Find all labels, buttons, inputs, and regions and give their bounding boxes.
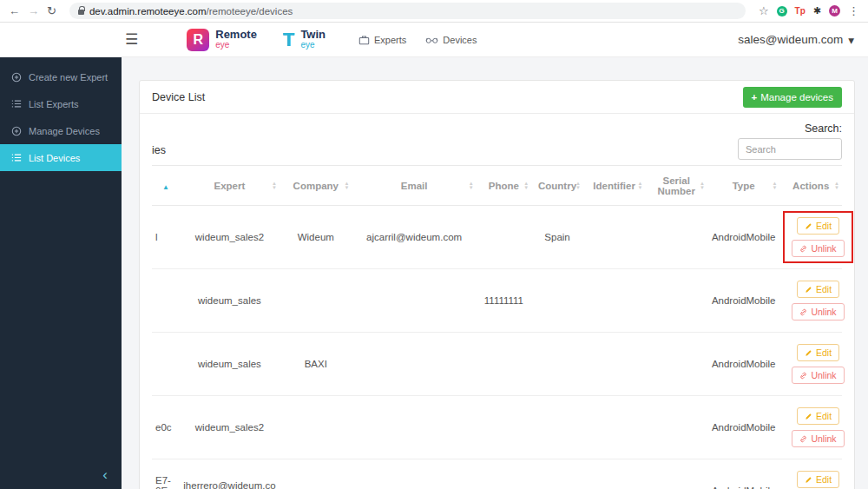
sort-icon: ▲▼ — [772, 182, 777, 190]
edit-button[interactable]: Edit — [797, 471, 839, 488]
nav-item-experts[interactable]: Experts — [358, 35, 406, 45]
card-header: Device List + Manage devices — [140, 81, 854, 114]
nav-experts-label: Experts — [374, 35, 406, 45]
cell-type: AndroidMobile — [707, 396, 779, 459]
twineye-logo[interactable]: T Twin eye — [283, 29, 326, 51]
edit-button[interactable]: Edit — [797, 281, 839, 298]
manage-devices-button[interactable]: + Manage devices — [743, 87, 842, 108]
unlink-icon — [799, 308, 807, 316]
edit-label: Edit — [816, 221, 832, 231]
cell-country: Spain — [531, 206, 583, 269]
unlink-icon — [799, 435, 807, 443]
cell-expert: jherrero@wideum.com — [180, 459, 279, 489]
sidebar-collapse-icon[interactable]: ‹ — [102, 467, 108, 482]
profile-avatar[interactable]: M — [829, 5, 840, 17]
sidebar: Create new Expert List Experts Manage De… — [0, 57, 122, 489]
card-body: ies Search: ▲Expert▲▼Company▲▼Email▲▼Pho… — [140, 114, 854, 489]
edit-button[interactable]: Edit — [797, 344, 839, 361]
cell-actions: EditUnlink — [779, 206, 842, 269]
extension-dark-icon[interactable]: ✱ — [813, 5, 821, 17]
forward-icon[interactable]: → — [28, 5, 39, 17]
column-header-identifier[interactable]: Identifier▲▼ — [583, 166, 646, 206]
pencil-icon — [805, 349, 812, 357]
cell-phone — [477, 333, 532, 396]
cell-serial — [645, 269, 707, 333]
column-label: Serial Number — [657, 175, 694, 196]
sidebar-item-manage-devices[interactable]: Manage Devices — [0, 117, 122, 144]
cell-serial — [645, 333, 707, 396]
cell-id — [152, 333, 180, 396]
table-row: wideum_salesBAXIAndroidMobileEditUnlink — [152, 333, 842, 396]
sidebar-item-create-new-expert[interactable]: Create new Expert — [0, 63, 122, 90]
column-header-id[interactable]: ▲ — [152, 166, 180, 206]
column-header-actions[interactable]: Actions▲▼ — [779, 166, 842, 206]
edit-button[interactable]: Edit — [797, 217, 839, 235]
cell-company — [279, 269, 352, 333]
search-block: Search: — [738, 122, 842, 160]
extension-green-icon[interactable]: G — [777, 6, 787, 17]
sidebar-item-label: Create new Expert — [29, 72, 108, 83]
cell-identifier — [583, 459, 646, 489]
twineye-logo-subtitle: eye — [300, 41, 326, 50]
unlink-label: Unlink — [811, 433, 836, 444]
sort-icon: ▲▼ — [575, 182, 581, 190]
extension-tp-icon[interactable]: Tp — [795, 6, 806, 16]
edit-button[interactable]: Edit — [797, 407, 839, 425]
cell-country — [531, 269, 583, 333]
column-header-email[interactable]: Email▲▼ — [352, 166, 477, 206]
cell-expert: wideum_sales — [180, 333, 279, 396]
unlink-button[interactable]: Unlink — [792, 303, 844, 320]
action-group: EditUnlink — [783, 401, 852, 453]
briefcase-icon — [358, 35, 370, 45]
column-header-expert[interactable]: Expert▲▼ — [180, 166, 279, 206]
cell-company — [279, 459, 352, 489]
column-header-phone[interactable]: Phone▲▼ — [477, 166, 532, 206]
account-menu[interactable]: sales@wideum.com ▾ — [738, 33, 854, 47]
unlink-button[interactable]: Unlink — [792, 367, 844, 384]
table-row: e0cwideum_sales2AndroidMobileEditUnlink — [152, 396, 842, 459]
browser-menu-icon[interactable]: ⋮ — [848, 5, 859, 17]
cell-identifier — [583, 206, 646, 269]
nav-devices-label: Devices — [443, 35, 477, 45]
page-title: Device List — [152, 91, 205, 103]
lock-icon — [78, 10, 84, 15]
refresh-icon[interactable]: ↻ — [47, 5, 56, 17]
search-input[interactable] — [738, 138, 842, 160]
edit-label: Edit — [816, 474, 832, 485]
url-domain: dev.admin.remoteeye.com — [89, 6, 207, 17]
action-group: EditUnlink — [783, 465, 852, 489]
column-header-type[interactable]: Type▲▼ — [707, 166, 779, 206]
highlight-annotation: EditUnlink — [783, 211, 852, 263]
cell-company: BAXI — [279, 333, 352, 396]
edit-label: Edit — [816, 411, 832, 421]
unlink-button[interactable]: Unlink — [792, 240, 844, 257]
bookmark-star-icon[interactable]: ☆ — [759, 5, 769, 17]
list-icon — [11, 99, 22, 109]
hamburger-menu-icon[interactable]: ☰ — [125, 32, 138, 47]
search-label: Search: — [805, 122, 842, 135]
sort-asc-icon: ▲ — [162, 183, 169, 191]
address-bar[interactable]: dev.admin.remoteeye.com/remoteeye/device… — [69, 3, 746, 19]
cell-serial — [645, 206, 707, 269]
cell-phone: 11111111 — [477, 269, 532, 333]
browser-toolbar: ← → ↻ dev.admin.remoteeye.com/remoteeye/… — [0, 0, 868, 23]
cell-email — [352, 459, 477, 489]
column-label: Type — [733, 181, 755, 191]
unlink-icon — [799, 245, 807, 253]
column-header-company[interactable]: Company▲▼ — [279, 166, 352, 206]
back-icon[interactable]: ← — [9, 5, 20, 17]
unlink-button[interactable]: Unlink — [792, 430, 844, 447]
top-nav: Experts Devices — [358, 35, 477, 45]
sort-icon: ▲▼ — [345, 182, 350, 190]
cell-identifier — [583, 269, 646, 333]
column-header-country[interactable]: Country▲▼ — [531, 166, 583, 206]
column-header-serial-number[interactable]: Serial Number▲▼ — [645, 166, 707, 206]
sidebar-item-label: List Experts — [29, 99, 78, 109]
column-label: Identifier — [593, 181, 635, 191]
remoteeye-logo[interactable]: R Remote eye — [187, 29, 257, 51]
nav-item-devices[interactable]: Devices — [425, 35, 477, 45]
sort-icon: ▲▼ — [272, 182, 277, 190]
manage-devices-label: Manage devices — [760, 92, 833, 102]
sidebar-item-list-devices[interactable]: List Devices — [0, 144, 122, 171]
sidebar-item-list-experts[interactable]: List Experts — [0, 90, 122, 117]
